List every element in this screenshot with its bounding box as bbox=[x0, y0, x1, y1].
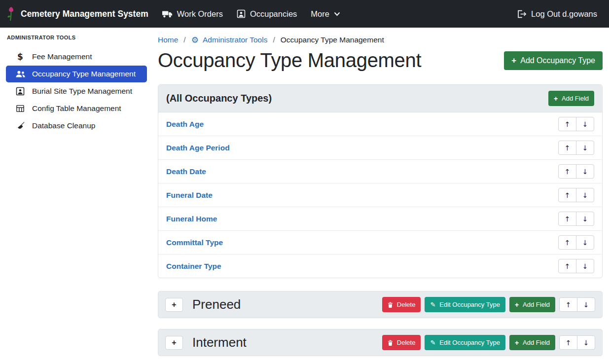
reorder-buttons: ↑ ↓ bbox=[559, 335, 595, 350]
breadcrumb-home[interactable]: Home bbox=[158, 36, 178, 44]
add-field-button[interactable]: + Add Field bbox=[548, 91, 594, 106]
app-title: Cemetery Management System bbox=[21, 9, 148, 19]
arrow-down-icon: ↓ bbox=[582, 121, 588, 128]
field-link-funeral-date[interactable]: Funeral Date bbox=[166, 191, 213, 200]
arrow-down-icon: ↓ bbox=[582, 145, 588, 151]
edit-occupancy-type-button[interactable]: ✎ Edit Occupancy Type bbox=[425, 335, 505, 350]
field-link-death-date[interactable]: Death Date bbox=[166, 167, 206, 176]
edit-occupancy-type-button[interactable]: ✎ Edit Occupancy Type bbox=[425, 297, 505, 312]
delete-label: Delete bbox=[397, 301, 416, 308]
breadcrumb-admin-tools[interactable]: ⚙ Administrator Tools bbox=[191, 36, 268, 44]
sidebar-item-fee-management[interactable]: $ Fee Management bbox=[6, 48, 147, 65]
move-up-button[interactable]: ↑ bbox=[558, 141, 576, 155]
chevron-down-icon bbox=[334, 11, 340, 17]
arrow-down-icon: ↓ bbox=[582, 192, 588, 199]
section-title: Preneed bbox=[192, 297, 241, 312]
move-up-button[interactable]: ↑ bbox=[558, 188, 576, 202]
move-down-button[interactable]: ↓ bbox=[577, 335, 595, 350]
arrow-down-icon: ↓ bbox=[583, 339, 589, 346]
nav-more-label: More bbox=[311, 9, 329, 19]
trash-icon bbox=[388, 340, 393, 346]
pencil-icon: ✎ bbox=[430, 301, 435, 308]
reorder-buttons: ↑ ↓ bbox=[558, 212, 594, 226]
add-field-label: Add Field bbox=[523, 301, 550, 308]
reorder-buttons: ↑ ↓ bbox=[558, 117, 594, 131]
field-row: Death Age ↑ ↓ bbox=[158, 112, 602, 136]
field-link-container-type[interactable]: Container Type bbox=[166, 262, 221, 271]
move-up-button[interactable]: ↑ bbox=[558, 117, 576, 131]
move-down-button[interactable]: ↓ bbox=[576, 212, 594, 226]
add-field-button[interactable]: + Add Field bbox=[509, 297, 555, 312]
reorder-buttons: ↑ ↓ bbox=[559, 297, 595, 312]
move-down-button[interactable]: ↓ bbox=[576, 141, 594, 155]
app-brand-link[interactable]: Cemetery Management System bbox=[7, 6, 148, 21]
sidebar: Administrator Tools $ Fee Management Occ… bbox=[0, 28, 152, 135]
field-row: Container Type ↑ ↓ bbox=[158, 255, 602, 278]
arrow-up-icon: ↑ bbox=[565, 263, 571, 270]
add-occupancy-type-button[interactable]: + Add Occupancy Type bbox=[504, 51, 603, 70]
expand-button[interactable]: + bbox=[165, 336, 183, 350]
all-occupancy-types-title: (All Occupancy Types) bbox=[166, 93, 272, 104]
move-up-button[interactable]: ↑ bbox=[559, 335, 577, 350]
page-title: Occupancy Type Management bbox=[158, 49, 421, 72]
sidebar-item-label: Config Table Management bbox=[32, 104, 121, 113]
arrow-down-icon: ↓ bbox=[582, 168, 588, 175]
arrow-up-icon: ↑ bbox=[566, 339, 572, 346]
delete-button[interactable]: Delete bbox=[382, 335, 421, 350]
logout-icon bbox=[517, 10, 527, 18]
sidebar-item-occupancy-type-management[interactable]: Occupancy Type Management bbox=[6, 66, 147, 82]
sidebar-item-config-table-management[interactable]: Config Table Management bbox=[6, 100, 147, 117]
flower-logo-icon bbox=[7, 6, 15, 21]
field-link-committal-type[interactable]: Committal Type bbox=[166, 238, 223, 247]
plus-icon: + bbox=[554, 95, 558, 102]
move-up-button[interactable]: ↑ bbox=[558, 259, 576, 273]
reorder-buttons: ↑ ↓ bbox=[558, 164, 594, 179]
sidebar-heading: Administrator Tools bbox=[7, 35, 147, 40]
sidebar-item-label: Fee Management bbox=[32, 52, 92, 61]
section-actions: Delete ✎ Edit Occupancy Type + Add Field… bbox=[382, 297, 595, 312]
field-row: Committal Type ↑ ↓ bbox=[158, 231, 602, 255]
field-link-death-age-period[interactable]: Death Age Period bbox=[166, 144, 230, 152]
move-down-button[interactable]: ↓ bbox=[576, 235, 594, 250]
sidebar-item-label: Occupancy Type Management bbox=[32, 70, 136, 78]
plus-icon: + bbox=[515, 301, 519, 308]
add-occupancy-type-label: Add Occupancy Type bbox=[520, 56, 595, 65]
plus-icon: + bbox=[511, 56, 516, 65]
occupancy-type-section-preneed: + Preneed Delete ✎ Edit Occupancy Typ bbox=[158, 291, 603, 318]
field-link-death-age[interactable]: Death Age bbox=[166, 120, 204, 129]
move-up-button[interactable]: ↑ bbox=[559, 297, 577, 312]
breadcrumb-admin-tools-label: Administrator Tools bbox=[203, 36, 268, 44]
expand-button[interactable]: + bbox=[165, 298, 183, 312]
edit-occupancy-type-label: Edit Occupancy Type bbox=[439, 339, 500, 346]
arrow-up-icon: ↑ bbox=[565, 192, 571, 199]
sidebar-item-database-cleanup[interactable]: Database Cleanup bbox=[6, 117, 147, 134]
logout-label: Log Out d.gowans bbox=[531, 9, 597, 19]
nav-occupancies[interactable]: Occupancies bbox=[230, 5, 304, 23]
field-link-funeral-home[interactable]: Funeral Home bbox=[166, 215, 217, 223]
sidebar-item-burial-site-type-management[interactable]: Burial Site Type Management bbox=[6, 83, 147, 100]
sidebar-item-label: Database Cleanup bbox=[32, 121, 95, 130]
add-field-button[interactable]: + Add Field bbox=[509, 335, 555, 350]
reorder-buttons: ↑ ↓ bbox=[558, 141, 594, 155]
delete-label: Delete bbox=[397, 339, 416, 346]
move-up-button[interactable]: ↑ bbox=[558, 164, 576, 179]
add-field-label: Add Field bbox=[562, 95, 589, 102]
reorder-buttons: ↑ ↓ bbox=[558, 259, 594, 273]
edit-occupancy-type-label: Edit Occupancy Type bbox=[439, 301, 500, 308]
nav-work-orders[interactable]: Work Orders bbox=[155, 5, 230, 23]
move-down-button[interactable]: ↓ bbox=[577, 297, 595, 312]
arrow-up-icon: ↑ bbox=[565, 121, 571, 128]
move-down-button[interactable]: ↓ bbox=[576, 188, 594, 202]
arrow-down-icon: ↓ bbox=[583, 301, 589, 308]
move-down-button[interactable]: ↓ bbox=[576, 117, 594, 131]
arrow-up-icon: ↑ bbox=[565, 145, 571, 151]
top-navbar: Cemetery Management System Work Orders bbox=[0, 0, 609, 28]
move-down-button[interactable]: ↓ bbox=[576, 259, 594, 273]
move-up-button[interactable]: ↑ bbox=[558, 212, 576, 226]
move-down-button[interactable]: ↓ bbox=[576, 164, 594, 179]
delete-button[interactable]: Delete bbox=[382, 297, 421, 312]
logout-link[interactable]: Log Out d.gowans bbox=[517, 9, 597, 19]
arrow-up-icon: ↑ bbox=[566, 301, 572, 308]
nav-more[interactable]: More bbox=[304, 5, 347, 23]
move-up-button[interactable]: ↑ bbox=[558, 235, 576, 250]
